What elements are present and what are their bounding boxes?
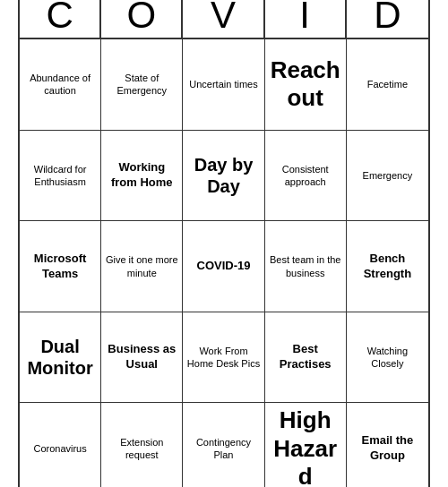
bingo-cell-23: High Hazard — [265, 403, 347, 487]
bingo-cell-8: Consistent approach — [265, 131, 347, 222]
bingo-cell-17: Work From Home Desk Pics — [183, 312, 264, 404]
bingo-cell-text-10: Microsoft Teams — [23, 252, 97, 282]
bingo-cell-text-2: Uncertain times — [189, 78, 257, 90]
bingo-cell-text-7: Day by Day — [186, 154, 260, 197]
bingo-cell-1: State of Emergency — [101, 39, 183, 131]
bingo-cell-22: Contingency Plan — [183, 403, 264, 487]
bingo-cell-text-5: Wildcard for Enthusiasm — [23, 163, 97, 189]
bingo-cell-text-16: Business as Usual — [105, 342, 178, 372]
bingo-cell-text-14: Bench Strength — [350, 252, 425, 282]
bingo-cell-21: Extension request — [101, 403, 183, 487]
bingo-cell-6: Working from Home — [101, 131, 183, 222]
bingo-cell-text-6: Working from Home — [105, 160, 178, 191]
bingo-cell-19: Watching Closely — [347, 312, 428, 404]
bingo-cell-14: Bench Strength — [347, 221, 428, 312]
bingo-cell-5: Wildcard for Enthusiasm — [20, 131, 101, 222]
bingo-cell-text-12: COVID-19 — [197, 259, 251, 274]
bingo-cell-2: Uncertain times — [183, 39, 264, 131]
bingo-cell-4: Facetime — [347, 39, 428, 131]
bingo-cell-text-9: Emergency — [363, 169, 413, 182]
bingo-cell-text-21: Extension request — [105, 436, 178, 462]
bingo-header: COVID — [20, 0, 428, 39]
bingo-cell-11: Give it one more minute — [101, 221, 183, 312]
bingo-cell-text-20: Coronavirus — [33, 442, 86, 455]
header-letter-C: C — [20, 0, 101, 38]
bingo-cell-text-23: High Hazard — [269, 406, 342, 487]
header-letter-I: I — [265, 0, 347, 38]
bingo-cell-text-17: Work From Home Desk Pics — [186, 345, 260, 371]
bingo-cell-16: Business as Usual — [101, 312, 183, 404]
bingo-cell-text-15: Dual Monitor — [23, 336, 97, 379]
bingo-grid: Abundance of cautionState of EmergencyUn… — [20, 39, 428, 487]
bingo-cell-text-22: Contingency Plan — [186, 436, 260, 462]
bingo-cell-text-13: Best team in the business — [269, 253, 342, 279]
bingo-cell-12: COVID-19 — [183, 221, 264, 312]
bingo-cell-7: Day by Day — [183, 131, 264, 222]
header-letter-O: O — [101, 0, 183, 38]
bingo-cell-text-11: Give it one more minute — [105, 253, 178, 279]
bingo-cell-text-24: Email the Group — [350, 433, 425, 464]
bingo-cell-9: Emergency — [347, 131, 428, 222]
bingo-cell-13: Best team in the business — [265, 221, 347, 312]
bingo-cell-18: Best Practises — [265, 312, 347, 404]
bingo-cell-0: Abundance of caution — [20, 39, 101, 131]
header-letter-D: D — [347, 0, 428, 38]
bingo-cell-text-3: Reach out — [269, 56, 342, 112]
bingo-cell-10: Microsoft Teams — [20, 221, 101, 312]
bingo-cell-text-0: Abundance of caution — [23, 72, 97, 98]
bingo-cell-text-8: Consistent approach — [269, 163, 342, 189]
bingo-cell-24: Email the Group — [347, 403, 428, 487]
header-letter-V: V — [183, 0, 264, 38]
bingo-cell-text-19: Watching Closely — [350, 345, 425, 371]
bingo-cell-3: Reach out — [265, 39, 347, 131]
bingo-cell-15: Dual Monitor — [20, 312, 101, 404]
bingo-cell-20: Coronavirus — [20, 403, 101, 487]
bingo-card: COVID Abundance of cautionState of Emerg… — [18, 0, 430, 487]
bingo-cell-text-4: Facetime — [367, 78, 408, 90]
bingo-cell-text-18: Best Practises — [269, 342, 342, 372]
bingo-cell-text-1: State of Emergency — [105, 72, 178, 98]
